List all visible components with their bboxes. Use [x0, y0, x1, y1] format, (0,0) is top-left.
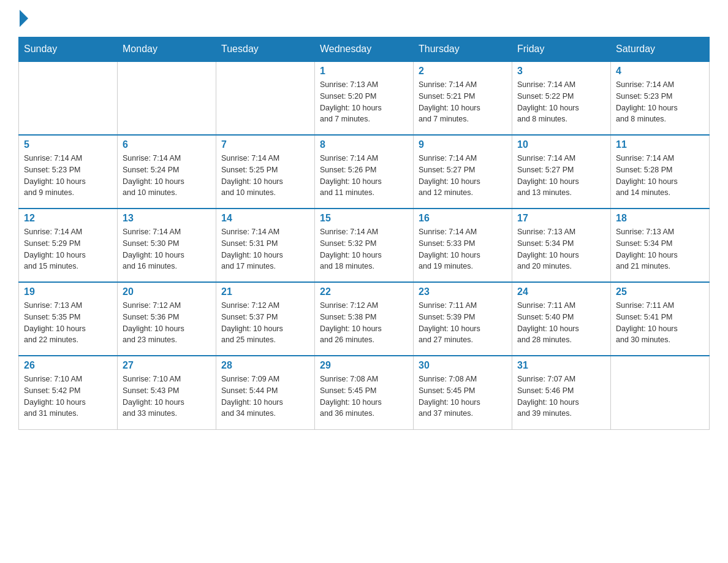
- day-info: Sunrise: 7:13 AM Sunset: 5:34 PM Dayligh…: [616, 226, 704, 272]
- day-info: Sunrise: 7:14 AM Sunset: 5:21 PM Dayligh…: [419, 79, 507, 125]
- calendar-day-cell: 23Sunrise: 7:11 AM Sunset: 5:39 PM Dayli…: [414, 282, 512, 356]
- calendar-day-cell: 2Sunrise: 7:14 AM Sunset: 5:21 PM Daylig…: [414, 61, 512, 135]
- day-number: 25: [616, 286, 704, 297]
- day-number: 21: [221, 286, 309, 297]
- calendar-day-cell: 13Sunrise: 7:14 AM Sunset: 5:30 PM Dayli…: [118, 209, 216, 282]
- day-info: Sunrise: 7:14 AM Sunset: 5:26 PM Dayligh…: [320, 153, 408, 199]
- calendar-day-cell: 26Sunrise: 7:10 AM Sunset: 5:42 PM Dayli…: [19, 356, 118, 429]
- day-number: 17: [517, 213, 605, 224]
- day-info: Sunrise: 7:12 AM Sunset: 5:36 PM Dayligh…: [123, 300, 211, 346]
- calendar-day-cell: [19, 61, 118, 135]
- calendar-day-cell: 5Sunrise: 7:14 AM Sunset: 5:23 PM Daylig…: [19, 135, 118, 209]
- calendar-day-cell: 30Sunrise: 7:08 AM Sunset: 5:45 PM Dayli…: [414, 356, 512, 429]
- calendar-week-row: 12Sunrise: 7:14 AM Sunset: 5:29 PM Dayli…: [19, 209, 710, 282]
- calendar-day-cell: 29Sunrise: 7:08 AM Sunset: 5:45 PM Dayli…: [315, 356, 414, 429]
- day-info: Sunrise: 7:14 AM Sunset: 5:27 PM Dayligh…: [419, 153, 507, 199]
- day-number: 26: [24, 360, 112, 371]
- day-number: 8: [320, 139, 408, 150]
- calendar-day-cell: 28Sunrise: 7:09 AM Sunset: 5:44 PM Dayli…: [216, 356, 315, 429]
- calendar-day-cell: [118, 61, 216, 135]
- day-info: Sunrise: 7:08 AM Sunset: 5:45 PM Dayligh…: [419, 373, 507, 419]
- day-info: Sunrise: 7:10 AM Sunset: 5:42 PM Dayligh…: [24, 373, 112, 419]
- calendar-day-cell: 25Sunrise: 7:11 AM Sunset: 5:41 PM Dayli…: [611, 282, 710, 356]
- day-number: 12: [24, 213, 112, 224]
- calendar-day-cell: 14Sunrise: 7:14 AM Sunset: 5:31 PM Dayli…: [216, 209, 315, 282]
- day-info: Sunrise: 7:13 AM Sunset: 5:34 PM Dayligh…: [517, 226, 605, 272]
- day-number: 18: [616, 213, 704, 224]
- calendar-week-row: 26Sunrise: 7:10 AM Sunset: 5:42 PM Dayli…: [19, 356, 710, 429]
- calendar-day-cell: 31Sunrise: 7:07 AM Sunset: 5:46 PM Dayli…: [512, 356, 611, 429]
- day-number: 13: [123, 213, 211, 224]
- day-info: Sunrise: 7:14 AM Sunset: 5:27 PM Dayligh…: [517, 153, 605, 199]
- day-info: Sunrise: 7:14 AM Sunset: 5:22 PM Dayligh…: [517, 79, 605, 125]
- day-info: Sunrise: 7:13 AM Sunset: 5:20 PM Dayligh…: [320, 79, 408, 125]
- calendar-day-cell: 17Sunrise: 7:13 AM Sunset: 5:34 PM Dayli…: [512, 209, 611, 282]
- day-number: 10: [517, 139, 605, 150]
- day-number: 22: [320, 286, 408, 297]
- calendar-week-row: 19Sunrise: 7:13 AM Sunset: 5:35 PM Dayli…: [19, 282, 710, 356]
- calendar-day-cell: 22Sunrise: 7:12 AM Sunset: 5:38 PM Dayli…: [315, 282, 414, 356]
- calendar-day-cell: 3Sunrise: 7:14 AM Sunset: 5:22 PM Daylig…: [512, 61, 611, 135]
- day-number: 7: [221, 139, 309, 150]
- calendar-day-cell: 8Sunrise: 7:14 AM Sunset: 5:26 PM Daylig…: [315, 135, 414, 209]
- day-info: Sunrise: 7:07 AM Sunset: 5:46 PM Dayligh…: [517, 373, 605, 419]
- day-of-week-header: Tuesday: [216, 37, 315, 62]
- day-number: 5: [24, 139, 112, 150]
- calendar-day-cell: [216, 61, 315, 135]
- day-number: 30: [419, 360, 507, 371]
- calendar-day-cell: 1Sunrise: 7:13 AM Sunset: 5:20 PM Daylig…: [315, 61, 414, 135]
- calendar-day-cell: 16Sunrise: 7:14 AM Sunset: 5:33 PM Dayli…: [414, 209, 512, 282]
- day-info: Sunrise: 7:14 AM Sunset: 5:31 PM Dayligh…: [221, 226, 309, 272]
- calendar-day-cell: [611, 356, 710, 429]
- day-info: Sunrise: 7:13 AM Sunset: 5:35 PM Dayligh…: [24, 300, 112, 346]
- calendar-day-cell: 15Sunrise: 7:14 AM Sunset: 5:32 PM Dayli…: [315, 209, 414, 282]
- day-number: 9: [419, 139, 507, 150]
- day-info: Sunrise: 7:12 AM Sunset: 5:38 PM Dayligh…: [320, 300, 408, 346]
- day-info: Sunrise: 7:14 AM Sunset: 5:28 PM Dayligh…: [616, 153, 704, 199]
- calendar-day-cell: 12Sunrise: 7:14 AM Sunset: 5:29 PM Dayli…: [19, 209, 118, 282]
- day-info: Sunrise: 7:14 AM Sunset: 5:29 PM Dayligh…: [24, 226, 112, 272]
- calendar-day-cell: 24Sunrise: 7:11 AM Sunset: 5:40 PM Dayli…: [512, 282, 611, 356]
- day-info: Sunrise: 7:14 AM Sunset: 5:32 PM Dayligh…: [320, 226, 408, 272]
- day-info: Sunrise: 7:08 AM Sunset: 5:45 PM Dayligh…: [320, 373, 408, 419]
- day-number: 3: [517, 66, 605, 77]
- day-number: 1: [320, 66, 408, 77]
- day-number: 29: [320, 360, 408, 371]
- day-number: 2: [419, 66, 507, 77]
- calendar-day-cell: 18Sunrise: 7:13 AM Sunset: 5:34 PM Dayli…: [611, 209, 710, 282]
- day-number: 14: [221, 213, 309, 224]
- day-number: 24: [517, 286, 605, 297]
- day-number: 4: [616, 66, 704, 77]
- calendar-header-row: SundayMondayTuesdayWednesdayThursdayFrid…: [19, 37, 710, 62]
- day-info: Sunrise: 7:14 AM Sunset: 5:24 PM Dayligh…: [123, 153, 211, 199]
- calendar-day-cell: 21Sunrise: 7:12 AM Sunset: 5:37 PM Dayli…: [216, 282, 315, 356]
- day-info: Sunrise: 7:11 AM Sunset: 5:41 PM Dayligh…: [616, 300, 704, 346]
- day-of-week-header: Wednesday: [315, 37, 414, 62]
- calendar-day-cell: 20Sunrise: 7:12 AM Sunset: 5:36 PM Dayli…: [118, 282, 216, 356]
- calendar-day-cell: 7Sunrise: 7:14 AM Sunset: 5:25 PM Daylig…: [216, 135, 315, 209]
- day-info: Sunrise: 7:14 AM Sunset: 5:23 PM Dayligh…: [616, 79, 704, 125]
- day-number: 19: [24, 286, 112, 297]
- calendar-table: SundayMondayTuesdayWednesdayThursdayFrid…: [18, 37, 710, 430]
- calendar-day-cell: 27Sunrise: 7:10 AM Sunset: 5:43 PM Dayli…: [118, 356, 216, 429]
- day-number: 16: [419, 213, 507, 224]
- day-info: Sunrise: 7:14 AM Sunset: 5:25 PM Dayligh…: [221, 153, 309, 199]
- day-info: Sunrise: 7:14 AM Sunset: 5:30 PM Dayligh…: [123, 226, 211, 272]
- day-info: Sunrise: 7:11 AM Sunset: 5:39 PM Dayligh…: [419, 300, 507, 346]
- day-number: 27: [123, 360, 211, 371]
- calendar-day-cell: 11Sunrise: 7:14 AM Sunset: 5:28 PM Dayli…: [611, 135, 710, 209]
- day-number: 20: [123, 286, 211, 297]
- calendar-day-cell: 6Sunrise: 7:14 AM Sunset: 5:24 PM Daylig…: [118, 135, 216, 209]
- day-info: Sunrise: 7:14 AM Sunset: 5:33 PM Dayligh…: [419, 226, 507, 272]
- day-of-week-header: Monday: [118, 37, 216, 62]
- day-of-week-header: Friday: [512, 37, 611, 62]
- day-number: 28: [221, 360, 309, 371]
- day-of-week-header: Thursday: [414, 37, 512, 62]
- calendar-day-cell: 4Sunrise: 7:14 AM Sunset: 5:23 PM Daylig…: [611, 61, 710, 135]
- calendar-day-cell: 9Sunrise: 7:14 AM Sunset: 5:27 PM Daylig…: [414, 135, 512, 209]
- day-of-week-header: Saturday: [611, 37, 710, 62]
- day-info: Sunrise: 7:14 AM Sunset: 5:23 PM Dayligh…: [24, 153, 112, 199]
- day-number: 23: [419, 286, 507, 297]
- day-number: 11: [616, 139, 704, 150]
- day-info: Sunrise: 7:10 AM Sunset: 5:43 PM Dayligh…: [123, 373, 211, 419]
